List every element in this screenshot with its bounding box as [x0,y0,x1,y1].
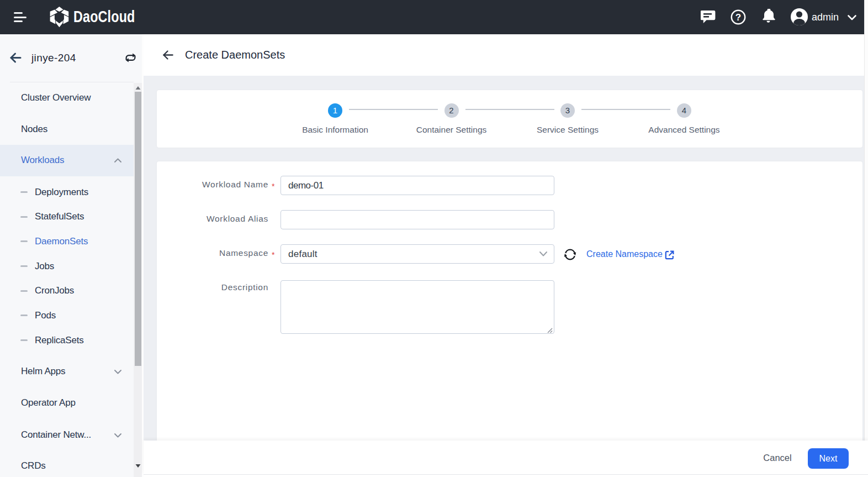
svg-text:?: ? [735,12,741,23]
